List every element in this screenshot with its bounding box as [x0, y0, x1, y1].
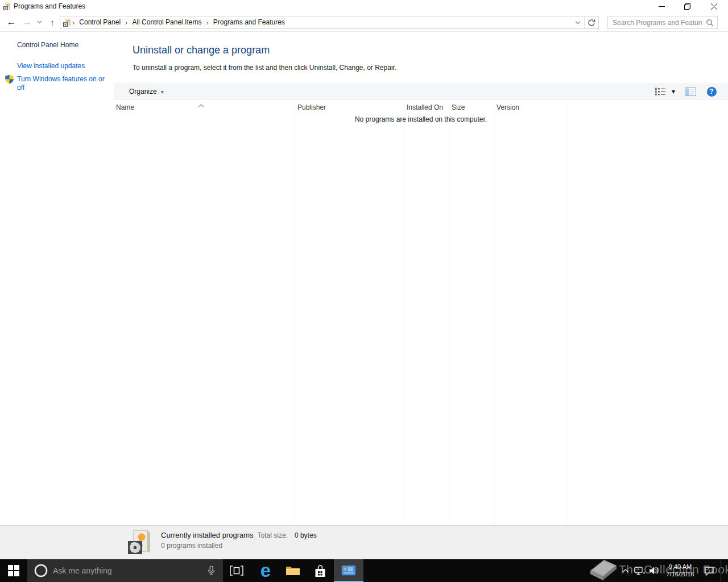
list-view-icon: [655, 88, 667, 96]
column-header-size[interactable]: Size: [449, 100, 494, 111]
history-dropdown-button[interactable]: [35, 13, 43, 31]
clock-date: 7/16/2016: [663, 571, 697, 578]
program-list: Name Publisher Installed On Size Version…: [114, 100, 728, 525]
tray-expand-button[interactable]: [621, 569, 630, 573]
total-size-label: Total size:: [258, 531, 288, 539]
navigation-bar: ← → ↑ › Control Panel › All Control Pane…: [0, 13, 728, 32]
chevron-down-icon: [37, 20, 42, 24]
breadcrumb-item-programs-features[interactable]: Programs and Features: [209, 16, 289, 28]
uac-shield-icon: [5, 74, 14, 86]
close-icon: [711, 3, 717, 10]
minimize-button[interactable]: [649, 0, 675, 13]
caret-down-icon: ▾: [672, 88, 675, 95]
program-box-icon: [3, 2, 11, 13]
program-box-icon: [126, 529, 154, 558]
column-size[interactable]: Size: [449, 100, 494, 525]
restore-icon: [684, 3, 690, 10]
chevron-up-icon: [622, 569, 629, 573]
refresh-icon: [588, 19, 595, 27]
taskbar-edge-button[interactable]: e: [252, 559, 279, 582]
network-tray-icon[interactable]: [634, 566, 646, 576]
column-installed-on[interactable]: Installed On: [404, 100, 449, 525]
column-filler: [568, 100, 728, 525]
address-bar[interactable]: › Control Panel › All Control Panel Item…: [60, 16, 599, 29]
sidebar-item-control-panel-home[interactable]: Control Panel Home: [17, 41, 78, 49]
cortana-circle-icon: [34, 563, 48, 578]
view-options-button[interactable]: [653, 83, 668, 100]
details-title: Currently installed programs: [161, 531, 254, 539]
volume-tray-icon[interactable]: [648, 566, 660, 575]
column-publisher[interactable]: Publisher: [295, 100, 404, 525]
caret-down-icon: ▾: [161, 89, 164, 95]
tray-clock[interactable]: 9:40 AM 7/16/2016: [663, 563, 697, 578]
breadcrumb-item-control-panel[interactable]: Control Panel: [75, 16, 125, 28]
forward-button[interactable]: →: [20, 13, 34, 31]
microphone-icon[interactable]: [208, 566, 215, 577]
taskbar-store-button[interactable]: [307, 559, 334, 582]
view-options-dropdown-button[interactable]: ▾: [668, 83, 679, 100]
store-icon: [314, 564, 326, 578]
column-header-name[interactable]: Name: [114, 100, 295, 111]
search-icon[interactable]: [706, 19, 714, 28]
folder-icon: [286, 565, 300, 576]
minimize-icon: [659, 3, 665, 10]
search-box: [607, 16, 718, 29]
help-button[interactable]: ?: [703, 83, 720, 100]
forward-icon: →: [23, 16, 32, 28]
column-name[interactable]: Name: [114, 100, 295, 525]
breadcrumb-item-all-items[interactable]: All Control Panel Items: [128, 16, 205, 28]
taskbar: Ask me anything e The Collection Book 9: [0, 559, 728, 582]
empty-list-message: No programs are installed on this comput…: [114, 115, 728, 123]
up-arrow-icon: ↑: [50, 18, 55, 27]
page-description: To uninstall a program, select it from t…: [133, 64, 396, 72]
windows-logo-icon: [8, 565, 19, 576]
location-icon: [63, 18, 72, 27]
edge-icon: e: [260, 559, 271, 582]
total-size-value: 0 bytes: [295, 531, 317, 539]
action-center-button[interactable]: [703, 566, 715, 576]
chevron-down-icon: [575, 21, 581, 24]
preview-pane-icon: [685, 88, 696, 96]
clock-time: 9:40 AM: [663, 563, 697, 571]
column-version[interactable]: Version: [494, 100, 568, 525]
task-view-button[interactable]: [223, 559, 250, 582]
command-toolbar: Organize ▾ ▾ ?: [114, 83, 728, 100]
details-pane: Currently installed programs Total size:…: [0, 525, 728, 559]
restore-button[interactable]: [675, 0, 700, 13]
programs-count: 0 programs installed: [161, 542, 222, 550]
task-view-icon: [229, 565, 244, 576]
sort-ascending-icon: [198, 101, 204, 109]
organize-label: Organize: [129, 88, 157, 95]
taskbar-file-explorer-button[interactable]: [279, 559, 307, 582]
title-bar: Programs and Features: [0, 0, 728, 13]
system-tray: 9:40 AM 7/16/2016: [621, 559, 728, 582]
sidebar-item-turn-windows-features[interactable]: Turn Windows features on or off: [17, 75, 106, 92]
organize-button[interactable]: Organize ▾: [126, 83, 167, 100]
search-input[interactable]: [608, 16, 717, 28]
preview-pane-button[interactable]: [682, 83, 699, 100]
back-icon: ←: [7, 16, 16, 28]
start-button[interactable]: [0, 559, 27, 582]
page-title: Uninstall or change a program: [133, 44, 270, 56]
close-button[interactable]: [700, 0, 728, 13]
help-icon: ?: [707, 87, 717, 97]
column-header-installed-on[interactable]: Installed On: [404, 100, 449, 111]
back-button[interactable]: ←: [5, 13, 18, 31]
show-desktop-button[interactable]: [720, 559, 728, 582]
book-icon: [585, 557, 618, 582]
address-dropdown-button[interactable]: [572, 16, 584, 28]
cortana-search-box[interactable]: Ask me anything: [27, 559, 223, 582]
action-center-icon: [704, 566, 714, 576]
up-button[interactable]: ↑: [46, 13, 59, 31]
sidebar-item-view-installed-updates[interactable]: View installed updates: [17, 62, 85, 70]
column-header-version[interactable]: Version: [494, 100, 568, 111]
refresh-button[interactable]: [585, 16, 598, 28]
window-title: Programs and Features: [14, 0, 85, 13]
control-panel-icon: [341, 565, 356, 576]
taskbar-active-app-programs-features[interactable]: [334, 559, 363, 582]
column-header-publisher[interactable]: Publisher: [295, 100, 404, 111]
cortana-placeholder: Ask me anything: [53, 566, 112, 575]
